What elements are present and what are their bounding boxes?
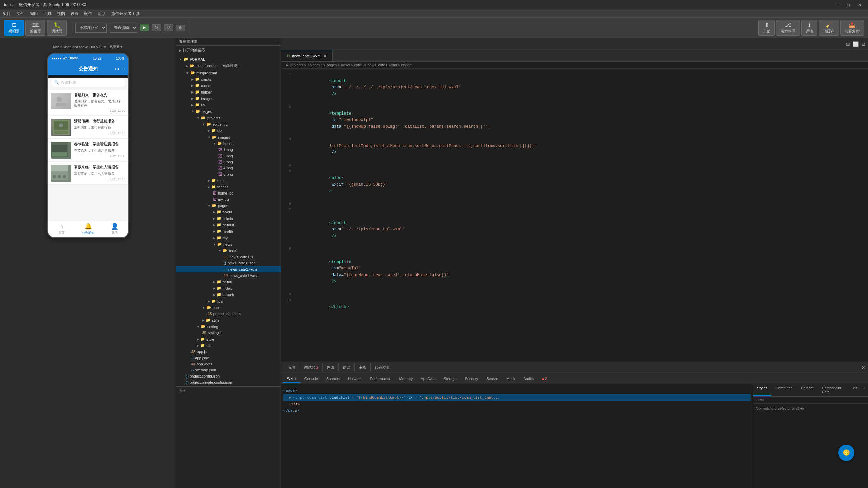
chrome-tab-appdata[interactable]: AppData	[417, 374, 439, 383]
bottom-tab-network[interactable]: 网络	[323, 363, 339, 372]
details-btn[interactable]: ℹ 详情	[801, 20, 817, 36]
open-editors-header[interactable]: ▶ 打开的编辑器	[176, 47, 281, 54]
detail-folder[interactable]: ▶ 📁 detail	[176, 279, 281, 285]
bottom-tab-elements[interactable]: 元素	[284, 363, 300, 372]
cls-btn[interactable]: .cls	[849, 384, 861, 396]
pages-folder[interactable]: ▼ 📂 pages	[176, 108, 281, 115]
news-item-2[interactable]: 春节临近，学生请注意报备 春节临近，学生请注意报备 2023-11-30	[48, 139, 128, 162]
file-news-json[interactable]: {} news_cate1.json	[176, 260, 281, 266]
project-root[interactable]: ▼ 📁 FORMAL	[176, 56, 281, 62]
file-project-private[interactable]: {} project.private.config.json	[176, 379, 281, 385]
editor-toggle-btn[interactable]: ⌨ 编辑器	[25, 20, 45, 36]
tabbar-profile[interactable]: 👤 我的	[101, 223, 128, 235]
health-folder[interactable]: ▶ 📁 health	[176, 228, 281, 235]
menu-item-tools[interactable]: 工具	[43, 11, 52, 17]
file-app-json[interactable]: {} app.json	[176, 355, 281, 361]
clean-cache-btn[interactable]: 🧹 清缓存	[819, 20, 839, 36]
upload-btn[interactable]: ⬆ 上传	[758, 20, 775, 36]
collapse-btn[interactable]: ⊞	[846, 41, 850, 47]
version-manage-btn[interactable]: ⎇ 版本管理	[776, 20, 800, 36]
search-nav-icon[interactable]: ⊕	[121, 67, 125, 72]
menu-item-devtools[interactable]: 微信开发者工具	[111, 11, 140, 17]
bottom-tab-audit[interactable]: 审核	[355, 363, 371, 372]
devtools-close-btn[interactable]: ✕	[861, 365, 865, 370]
menu-item-edit[interactable]: 编辑	[30, 11, 38, 17]
admin-folder[interactable]: ▶ 📁 admin	[176, 215, 281, 222]
menu-item-help[interactable]: 帮助	[98, 11, 106, 17]
minimize-btn[interactable]: ─	[833, 3, 842, 7]
epi-images-folder[interactable]: ▼ 📂 images	[176, 134, 281, 140]
menu-item-wechat[interactable]: 微信	[84, 11, 92, 17]
layout-btn[interactable]: ⬜	[853, 41, 859, 47]
chrome-tab-audits[interactable]: Audits	[519, 374, 538, 383]
compile-mode-select[interactable]: 小程序格式	[75, 23, 107, 33]
file-project-config[interactable]: {} project.config.json	[176, 373, 281, 379]
cate1-folder[interactable]: ▼ 📂 cate1	[176, 247, 281, 254]
menu-item-view[interactable]: 视图	[57, 11, 65, 17]
file-sitemap[interactable]: {} sitemap.json	[176, 367, 281, 373]
default-folder[interactable]: ▶ 📁 default	[176, 222, 281, 228]
bottom-tab-code-quality[interactable]: 代码质量	[371, 363, 394, 372]
news-item-0[interactable]: 暑期归来，报备在先 暑期归来，报备在先。暑期归来，报备在先 2023-11-30	[48, 90, 128, 116]
maximize-btn[interactable]: □	[845, 3, 852, 7]
bottom-tab-error[interactable]: 错误	[339, 363, 355, 372]
refresh-btn[interactable]: ↺	[164, 24, 173, 31]
chrome-tab-storage[interactable]: Storage	[439, 374, 461, 383]
projects-folder[interactable]: ▼ 📂 projects	[176, 115, 281, 121]
about-folder[interactable]: ▶ 📁 about	[176, 209, 281, 215]
styles-tab-styles[interactable]: Styles	[753, 384, 771, 396]
tabbar-folder[interactable]: ▶ 📁 tabbar	[176, 184, 281, 190]
style-folder-mini[interactable]: ▶ 📁 style	[176, 336, 281, 342]
tpls-folder-epi[interactable]: ▶ 📁 tpls	[176, 298, 281, 304]
add-style-btn[interactable]: +	[861, 384, 868, 396]
chrome-tab-wxml[interactable]: Wxml	[283, 374, 300, 383]
simulator-toggle-btn[interactable]: ⊟ 模拟器	[4, 20, 24, 36]
chrome-tab-performance[interactable]: Performance	[366, 374, 395, 383]
tab-news-wxml[interactable]: ⊡ news_cate1.wxml ✕	[281, 50, 333, 61]
epidemic-folder[interactable]: ▼ 📂 epidemic	[176, 121, 281, 127]
stop-btn[interactable]: ⬡	[152, 24, 161, 31]
menu-item-project[interactable]: 项目	[3, 11, 11, 17]
menu-icon[interactable]: •••	[115, 67, 119, 72]
chrome-tab-memory[interactable]: Memory	[395, 374, 417, 383]
news-folder[interactable]: ▼ 📂 news	[176, 241, 281, 247]
cloudfunctions-folder[interactable]: ▶ 📂 cloudfunctions | 当前环境...	[176, 62, 281, 69]
miniprogram-folder[interactable]: ▼ 📂 miniprogram	[176, 69, 281, 76]
public-folder[interactable]: ▼ 📂 public	[176, 304, 281, 311]
elements-html-pane[interactable]: <page> ▶ <cmpt-comm-list bind:list = "{{…	[281, 384, 753, 488]
news-item-3[interactable]: 寒假来临，学生出入请报备 寒假来临，学生出入请报备 2023-11-30	[48, 162, 128, 185]
tpls-folder-mini[interactable]: ▶ 📁 tpls	[176, 342, 281, 349]
search-folder[interactable]: ▶ 📁 search	[176, 291, 281, 298]
tab-close-btn[interactable]: ✕	[323, 54, 327, 58]
close-btn[interactable]: ✕	[855, 3, 864, 7]
file-setting-js[interactable]: JS setting.js	[176, 330, 281, 336]
comm-folder[interactable]: ▶ 📁 comm	[176, 82, 281, 89]
my-folder[interactable]: ▶ 📁 my	[176, 235, 281, 241]
file-app-wxss[interactable]: ## app.wxss	[176, 361, 281, 367]
lib-folder[interactable]: ▶ 📁 lib	[176, 102, 281, 108]
file-news-js[interactable]: JS news_cate1.js	[176, 254, 281, 260]
health-images-folder[interactable]: ▼ 📂 health	[176, 140, 281, 147]
news-item-1[interactable]: 清明假期，出行提前报备 清明假期，出行提前报备 2023-11-30	[48, 116, 128, 139]
file-myjpg[interactable]: 🖼 my.jpg	[176, 196, 281, 202]
cmpts-folder[interactable]: ▶ 📁 cmpts	[176, 76, 281, 82]
file-homejpg[interactable]: 🖼 home.jpg	[176, 190, 281, 196]
phone-search-bar[interactable]: 🔍 搜索标题	[51, 78, 125, 87]
file-1png[interactable]: 🖼 1.png	[176, 147, 281, 153]
code-area[interactable]: 1 <import src="../../../../../tpls/proje…	[281, 69, 868, 362]
file-news-wxss[interactable]: ## news_cate1.wxss	[176, 272, 281, 279]
file-2png[interactable]: 🖼 2.png	[176, 153, 281, 159]
file-project-setting[interactable]: JS project_setting.js	[176, 311, 281, 317]
file-news-wxml[interactable]: ⊡ news_cate1.wxml	[176, 266, 281, 272]
tabbar-announcement[interactable]: 🔔 公告通知	[75, 223, 101, 235]
index-folder[interactable]: ▶ 📁 index	[176, 285, 281, 291]
setting-folder[interactable]: ▼ 📂 setting	[176, 323, 281, 330]
biz-folder[interactable]: ▶ 📁 biz	[176, 127, 281, 134]
chrome-tab-network[interactable]: Network	[344, 374, 366, 383]
compile-btn[interactable]: ▶	[140, 24, 149, 31]
styles-tab-dataset[interactable]: Dataset	[797, 384, 818, 396]
chrome-tab-security[interactable]: Security	[461, 374, 482, 383]
file-3png[interactable]: 🖼 3.png	[176, 159, 281, 165]
debugger-toggle-btn[interactable]: 🐛 调试器	[47, 20, 67, 36]
window-controls[interactable]: ─ □ ✕	[833, 3, 864, 7]
